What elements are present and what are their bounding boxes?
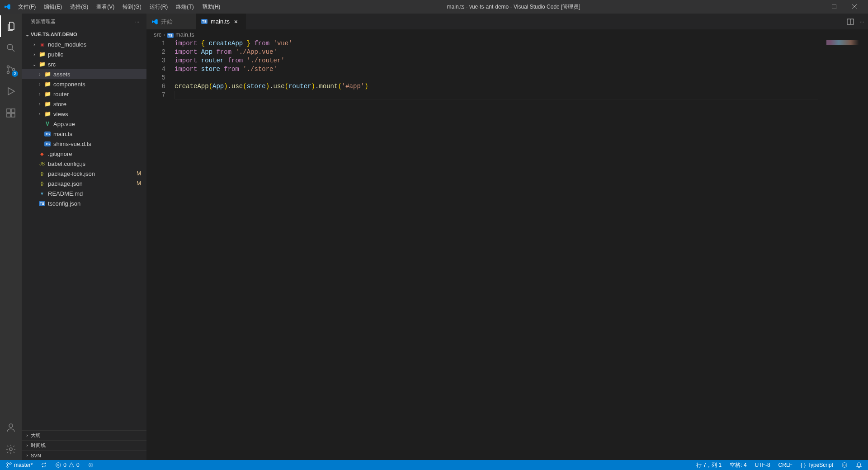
- folder-icon: 📁: [38, 61, 46, 67]
- menu-item[interactable]: 终端(T): [172, 1, 197, 13]
- panel-title: 时间线: [31, 442, 46, 449]
- minimize-button[interactable]: [803, 0, 824, 14]
- status-position[interactable]: 行 7，列 1: [694, 460, 724, 470]
- window-controls: [803, 0, 864, 14]
- tree-file[interactable]: {}package.jsonM: [22, 179, 146, 188]
- menu-item[interactable]: 运行(R): [146, 1, 172, 13]
- panel-header[interactable]: ›大纲: [22, 430, 146, 440]
- menu-item[interactable]: 选择(S): [66, 1, 92, 13]
- chevron-right-icon: ›: [163, 31, 165, 38]
- statusbar: master* 0 0 行 7，列 1 空格: 4 UTF-8 CRLF { }…: [0, 460, 868, 470]
- tree-item-label: main.ts: [53, 131, 72, 137]
- activity-search[interactable]: [0, 37, 22, 59]
- activity-run[interactable]: [0, 80, 22, 102]
- status-notifications[interactable]: [854, 460, 864, 470]
- breadcrumb-item[interactable]: main.ts: [175, 31, 194, 38]
- code-line: import store from './store': [175, 65, 823, 74]
- status-eol[interactable]: CRLF: [776, 460, 795, 470]
- tree-file[interactable]: {}package-lock.jsonM: [22, 169, 146, 179]
- activity-extensions[interactable]: [0, 102, 22, 124]
- code-line: [175, 74, 823, 82]
- maximize-button[interactable]: [824, 0, 844, 14]
- tree-folder[interactable]: ⌄📁src: [22, 59, 146, 69]
- project-header[interactable]: ⌄ VUE-TS-ANT-DEMO: [22, 29, 146, 39]
- chevron-right-icon: ›: [31, 42, 38, 47]
- code-line: createApp(App).use(store).use(router).mo…: [175, 82, 823, 91]
- chevron-right-icon: ›: [36, 82, 43, 87]
- folder-icon: 📁: [43, 91, 52, 97]
- close-button[interactable]: [844, 0, 864, 14]
- menu-item[interactable]: 查看(V): [93, 1, 118, 13]
- tree-folder[interactable]: ›▣node_modules: [22, 39, 146, 49]
- menu-item[interactable]: 转到(G): [119, 1, 145, 13]
- activity-explorer[interactable]: [0, 15, 22, 37]
- tree-folder[interactable]: ›📁assets: [22, 69, 146, 79]
- menu-item[interactable]: 编辑(E): [40, 1, 66, 13]
- close-icon[interactable]: ×: [232, 18, 240, 25]
- svg-point-4: [7, 71, 9, 74]
- activity-scm[interactable]: 2: [0, 59, 22, 80]
- tree-file[interactable]: ▼README.md: [22, 188, 146, 198]
- chevron-right-icon: ›: [31, 52, 38, 57]
- status-language[interactable]: { } TypeScript: [798, 460, 835, 470]
- menu-item[interactable]: 帮助(H): [198, 1, 224, 13]
- activity-settings[interactable]: [0, 438, 22, 460]
- activity-account[interactable]: [0, 417, 22, 438]
- editor-content[interactable]: 1234567 import { createApp } from 'vue'i…: [146, 39, 868, 460]
- tree-folder[interactable]: ›📁public: [22, 49, 146, 59]
- ts-icon: TS: [201, 18, 208, 25]
- breadcrumb-item[interactable]: src: [154, 31, 161, 38]
- tree-folder[interactable]: ›📁router: [22, 89, 146, 99]
- svg-rect-9: [11, 109, 15, 113]
- tree-folder[interactable]: ›📁components: [22, 79, 146, 89]
- status-sync[interactable]: [38, 460, 49, 470]
- warning-count: 0: [76, 462, 80, 468]
- status-feedback[interactable]: [839, 460, 850, 470]
- tree-file[interactable]: TStsconfig.json: [22, 198, 146, 208]
- tree-file[interactable]: TSmain.ts: [22, 129, 146, 139]
- tree-file[interactable]: ◆.gitignore: [22, 149, 146, 159]
- tree-item-label: .gitignore: [48, 150, 72, 157]
- line-number: 5: [146, 74, 165, 82]
- editor-tab[interactable]: 开始×: [146, 14, 196, 29]
- svg-point-16: [10, 463, 12, 465]
- folder-icon: 📁: [43, 111, 52, 117]
- line-number: 4: [146, 65, 165, 74]
- menu-item[interactable]: 文件(F): [14, 1, 39, 13]
- sidebar-title: 资源管理器: [31, 18, 56, 25]
- split-editor-icon[interactable]: [847, 18, 854, 25]
- more-actions-icon[interactable]: ···: [859, 18, 864, 25]
- code-line: import { createApp } from 'vue': [175, 39, 823, 48]
- line-gutter: 1234567: [146, 39, 175, 460]
- tree-folder[interactable]: ›📁store: [22, 99, 146, 109]
- tree-file[interactable]: JSbabel.config.js: [22, 159, 146, 169]
- branch-name: master*: [14, 462, 33, 468]
- braces-icon: { }: [801, 462, 806, 468]
- code-line: import App from './App.vue': [175, 48, 823, 56]
- code-area[interactable]: import { createApp } from 'vue'import Ap…: [175, 39, 823, 460]
- panel-header[interactable]: ›时间线: [22, 440, 146, 450]
- sidebar: 资源管理器 ··· ⌄ VUE-TS-ANT-DEMO ›▣node_modul…: [22, 14, 146, 460]
- error-count: 0: [63, 462, 66, 468]
- editor-tab[interactable]: TSmain.ts×: [196, 14, 246, 29]
- gear-icon: [5, 444, 16, 455]
- tree-folder[interactable]: ›📁views: [22, 109, 146, 119]
- titlebar: 文件(F)编辑(E)选择(S)查看(V)转到(G)运行(R)终端(T)帮助(H)…: [0, 0, 868, 14]
- ts-icon: TS: [167, 31, 174, 38]
- vscode-icon: [151, 18, 158, 25]
- tabs-bar: 开始×TSmain.ts× ···: [146, 14, 868, 29]
- tree-item-label: README.md: [48, 190, 83, 197]
- bell-icon: [856, 462, 862, 468]
- status-encoding[interactable]: UTF-8: [753, 460, 773, 470]
- tree-file[interactable]: TSshims-vue.d.ts: [22, 139, 146, 149]
- minimap[interactable]: [823, 39, 868, 460]
- folder-icon: 📁: [43, 101, 52, 107]
- status-spaces[interactable]: 空格: 4: [727, 460, 749, 470]
- tree-file[interactable]: VApp.vue: [22, 119, 146, 129]
- status-branch[interactable]: master*: [4, 460, 35, 470]
- status-problems[interactable]: 0 0: [53, 460, 81, 470]
- panel-header[interactable]: ›SVN: [22, 450, 146, 460]
- panel-title: 大纲: [31, 432, 41, 439]
- status-port[interactable]: [85, 460, 96, 470]
- sidebar-more-icon[interactable]: ···: [135, 19, 139, 24]
